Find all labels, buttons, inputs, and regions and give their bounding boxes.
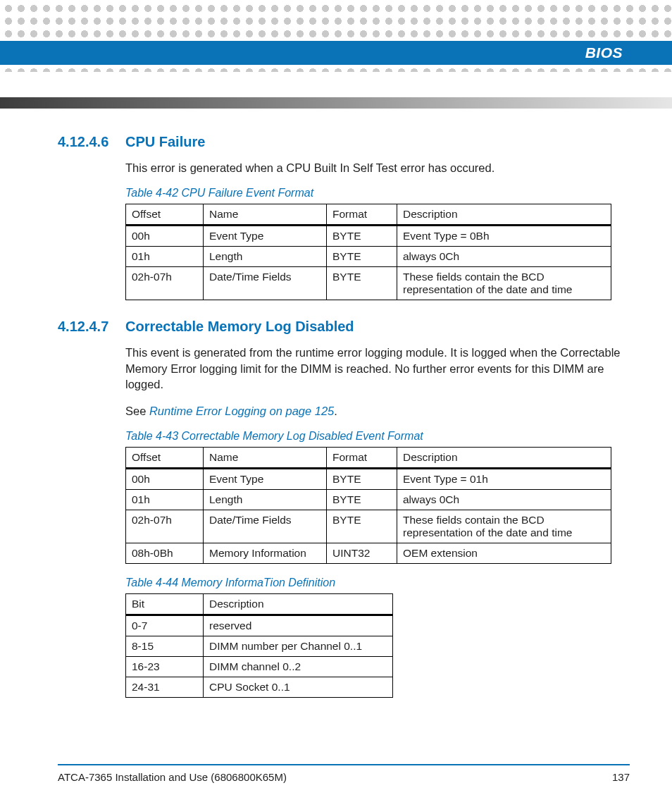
- table-row: 24-31 CPU Socket 0..1: [126, 677, 393, 698]
- page-footer: ATCA-7365 Installation and Use (6806800K…: [58, 764, 630, 783]
- chapter-header-bar: BIOS: [0, 41, 672, 65]
- see-prefix: See: [125, 405, 149, 417]
- table-row: 08h-0Bh Memory Information UINT32 OEM ex…: [126, 543, 611, 564]
- see-suffix: .: [334, 405, 337, 417]
- table-header-cell: Offset: [126, 204, 204, 226]
- table-44: Bit Description 0-7 reserved 8-15 DIMM n…: [125, 593, 393, 698]
- table-header-cell: Offset: [126, 448, 204, 469]
- table-cell: Event Type = 0Bh: [397, 226, 611, 247]
- table-row: 01h Length BYTE always 0Ch: [126, 247, 611, 267]
- table-cell: BYTE: [327, 510, 397, 543]
- table-cell: These fields contain the BCD representat…: [397, 267, 611, 300]
- table-cell: reserved: [204, 615, 393, 636]
- section-title: Correctable Memory Log Disabled: [125, 319, 354, 335]
- footer-page-number: 137: [612, 771, 630, 783]
- table-cell: CPU Socket 0..1: [204, 677, 393, 698]
- table-43-caption: Table 4-43 Correctable Memory Log Disabl…: [125, 430, 621, 443]
- table-cell: Length: [204, 247, 327, 267]
- table-header-cell: Format: [327, 204, 397, 226]
- table-42-caption: Table 4-42 CPU Failure Event Format: [125, 187, 621, 199]
- section-title: CPU Failure: [125, 134, 205, 150]
- page-content: 4.12.4.6 CPU Failure This error is gener…: [58, 127, 621, 710]
- table-cell: 00h: [126, 226, 204, 247]
- table-header-cell: Format: [327, 448, 397, 469]
- table-row: 16-23 DIMM channel 0..2: [126, 657, 393, 677]
- table-cell: Date/Time Fields: [204, 267, 327, 300]
- table-cell: Event Type = 01h: [397, 469, 611, 490]
- table-header-cell: Description: [204, 594, 393, 615]
- table-row: 02h-07h Date/Time Fields BYTE These fiel…: [126, 267, 611, 300]
- table-44-caption: Table 4-44 Memory InformaTion Definition: [125, 577, 621, 589]
- table-cell: These fields contain the BCD representat…: [397, 510, 611, 543]
- table-cell: BYTE: [327, 469, 397, 490]
- section-paragraph: This event is generated from the runtime…: [125, 345, 621, 392]
- table-cell: DIMM number per Channel 0..1: [204, 636, 393, 657]
- table-cell: Date/Time Fields: [204, 510, 327, 543]
- table-header-cell: Name: [204, 448, 327, 469]
- table-cell: BYTE: [327, 226, 397, 247]
- section-number: 4.12.4.6: [58, 134, 113, 150]
- table-cell: always 0Ch: [397, 490, 611, 510]
- section-heading-cpu-failure: 4.12.4.6 CPU Failure: [58, 134, 621, 150]
- table-header-cell: Name: [204, 204, 327, 226]
- table-header-cell: Description: [397, 204, 611, 226]
- table-43: Offset Name Format Description 00h Event…: [125, 447, 611, 564]
- table-row: 00h Event Type BYTE Event Type = 0Bh: [126, 226, 611, 247]
- chapter-label: BIOS: [585, 44, 623, 61]
- table-cell: Length: [204, 490, 327, 510]
- table-cell: 01h: [126, 247, 204, 267]
- table-cell: BYTE: [327, 267, 397, 300]
- table-cell: 8-15: [126, 636, 204, 657]
- section-paragraph: This error is generated when a CPU Built…: [125, 160, 621, 175]
- table-cell: 08h-0Bh: [126, 543, 204, 564]
- table-cell: 0-7: [126, 615, 204, 636]
- table-cell: UINT32: [327, 543, 397, 564]
- table-cell: 00h: [126, 469, 204, 490]
- table-row: 0-7 reserved: [126, 615, 393, 636]
- see-reference: See Runtime Error Logging on page 125.: [125, 403, 621, 419]
- table-row: 02h-07h Date/Time Fields BYTE These fiel…: [126, 510, 611, 543]
- table-cell: 02h-07h: [126, 267, 204, 300]
- table-cell: Event Type: [204, 226, 327, 247]
- table-cell: 16-23: [126, 657, 204, 677]
- table-cell: 02h-07h: [126, 510, 204, 543]
- table-cell: always 0Ch: [397, 247, 611, 267]
- table-cell: BYTE: [327, 490, 397, 510]
- table-cell: BYTE: [327, 247, 397, 267]
- cross-reference-link[interactable]: Runtime Error Logging on page 125: [149, 405, 334, 417]
- table-row: 00h Event Type BYTE Event Type = 01h: [126, 469, 611, 490]
- table-cell: 24-31: [126, 677, 204, 698]
- table-cell: 01h: [126, 490, 204, 510]
- table-header-cell: Description: [397, 448, 611, 469]
- table-header-cell: Bit: [126, 594, 204, 615]
- table-cell: OEM extension: [397, 543, 611, 564]
- table-cell: DIMM channel 0..2: [204, 657, 393, 677]
- table-cell: Memory Information: [204, 543, 327, 564]
- table-cell: Event Type: [204, 469, 327, 490]
- table-42: Offset Name Format Description 00h Event…: [125, 204, 611, 300]
- footer-doc-title: ATCA-7365 Installation and Use (6806800K…: [58, 771, 287, 783]
- table-row: 01h Length BYTE always 0Ch: [126, 490, 611, 510]
- header-gradient-rule: [0, 97, 672, 109]
- table-row: 8-15 DIMM number per Channel 0..1: [126, 636, 393, 657]
- section-heading-correctable-memory: 4.12.4.7 Correctable Memory Log Disabled: [58, 319, 621, 335]
- section-number: 4.12.4.7: [58, 319, 113, 335]
